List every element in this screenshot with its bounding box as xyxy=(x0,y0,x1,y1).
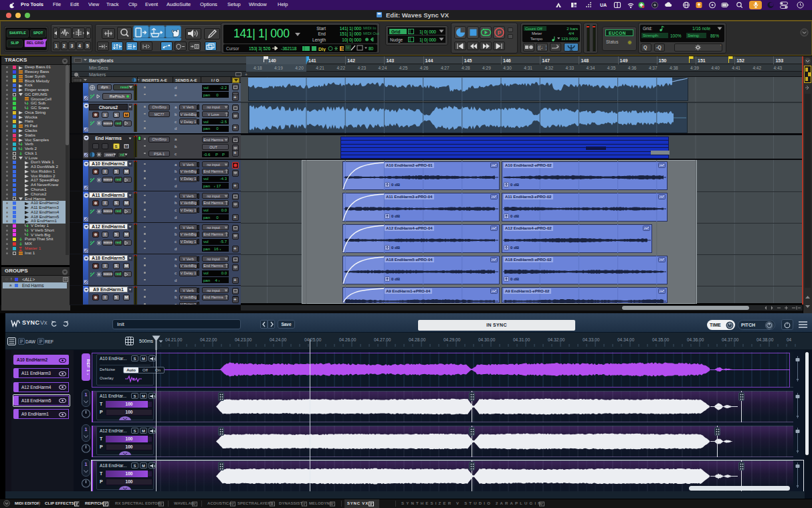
svg-text:Dly: Dly xyxy=(318,47,326,52)
svg-text:P: P xyxy=(497,29,501,36)
svg-text:((♩)): ((♩)) xyxy=(538,45,546,50)
svg-text:S: S xyxy=(341,46,344,51)
